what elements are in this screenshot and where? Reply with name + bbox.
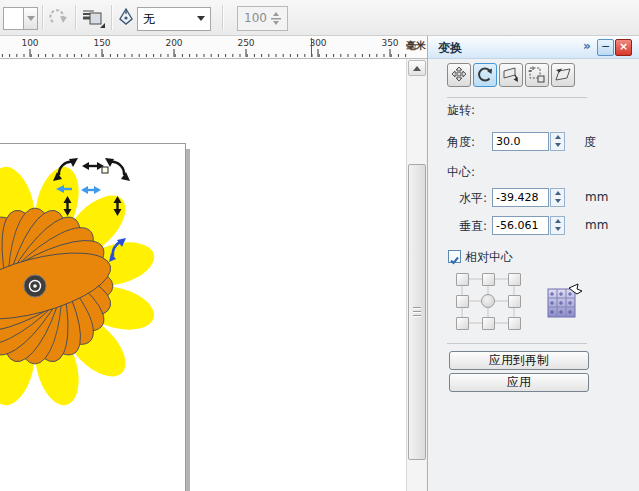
vertical-spinner[interactable] xyxy=(550,216,565,235)
triangle-down-icon xyxy=(555,227,561,231)
tool-position-button[interactable] xyxy=(447,63,471,87)
ruler-label: 100 xyxy=(21,38,38,48)
docker-chevron-button[interactable]: » xyxy=(583,39,591,53)
chevron-down-icon xyxy=(27,16,35,21)
anchor-middle-right[interactable] xyxy=(508,295,521,308)
outline-color-icon xyxy=(117,6,135,34)
outline-width-value: 无 xyxy=(143,11,155,28)
triangle-down-icon xyxy=(555,199,561,203)
docker-close-button[interactable]: × xyxy=(615,39,632,56)
vertical-unit-label: mm xyxy=(585,218,608,232)
ruler-label: 250 xyxy=(237,38,254,48)
horizontal-ruler: 100150200250300350 毫米 xyxy=(0,36,428,59)
blue-arrow-left[interactable] xyxy=(56,185,72,193)
tool-scale-mirror-button[interactable] xyxy=(499,63,523,87)
rotation-center-marker[interactable] xyxy=(102,167,108,173)
horizontal-label: 水平: xyxy=(459,190,487,207)
skew-handle-left[interactable] xyxy=(64,196,72,216)
ruler-unit-label: 毫米 xyxy=(406,39,426,53)
anchor-center-radio[interactable] xyxy=(481,294,495,308)
spin-down-button[interactable] xyxy=(551,225,564,233)
docker-minimize-button[interactable]: − xyxy=(597,39,614,56)
relative-center-checkbox[interactable] xyxy=(448,250,461,263)
style-combo-dropdown-button[interactable] xyxy=(23,7,38,30)
divider xyxy=(447,97,587,98)
rotate-icon xyxy=(476,66,494,84)
toolbar-separator xyxy=(75,5,77,30)
rotate-disabled-icon xyxy=(48,7,68,32)
selection-handles[interactable] xyxy=(0,59,406,491)
property-bar: 无 100 xyxy=(0,0,639,36)
angle-label: 角度: xyxy=(447,134,475,151)
triangle-up-icon xyxy=(555,135,561,139)
docker-title: 变换 xyxy=(438,40,462,57)
ruler-label: 150 xyxy=(93,38,110,48)
spin-up-button[interactable] xyxy=(551,217,564,225)
position-cross-icon xyxy=(450,66,468,84)
thumb-grip-line xyxy=(413,311,421,313)
chevron-down-icon xyxy=(197,16,205,21)
anchor-bottom-left[interactable] xyxy=(456,317,469,330)
transform-docker: 变换 » − × 旋转: xyxy=(427,36,639,491)
anchor-bottom-right[interactable] xyxy=(508,317,521,330)
thumb-grip-line xyxy=(413,307,421,309)
move-handle-top-center[interactable] xyxy=(82,162,104,170)
spin-up-button[interactable] xyxy=(551,189,564,197)
outline-tool-icon[interactable] xyxy=(81,6,107,34)
rotate-handle-top-left[interactable] xyxy=(59,162,73,175)
horizontal-unit-label: mm xyxy=(585,190,608,204)
angle-unit-label: 度 xyxy=(584,134,596,151)
toolbar-separator xyxy=(42,5,44,30)
apply-button[interactable]: 应用 xyxy=(449,373,589,392)
scroll-up-button[interactable] xyxy=(408,60,426,76)
style-combo-field[interactable] xyxy=(3,7,25,30)
triangle-up-icon xyxy=(555,191,561,195)
ruler-position-indicator xyxy=(311,38,312,57)
spin-up-button[interactable] xyxy=(551,133,564,141)
apply-to-duplicate-button[interactable]: 应用到再制 xyxy=(449,351,589,370)
center-section-label: 中心: xyxy=(447,164,475,181)
anchor-bottom-center[interactable] xyxy=(482,317,495,330)
checkmark-icon xyxy=(449,255,460,266)
drawing-canvas[interactable] xyxy=(0,59,406,491)
outline-width-combo[interactable]: 无 xyxy=(137,7,211,31)
anchor-grid xyxy=(455,272,525,332)
zoom-level-value: 100 xyxy=(244,11,267,25)
angle-spinner[interactable] xyxy=(550,132,565,151)
anchor-middle-left[interactable] xyxy=(456,295,469,308)
anchor-top-center[interactable] xyxy=(482,273,495,286)
vertical-label: 垂直: xyxy=(459,218,487,235)
spin-down-button[interactable] xyxy=(551,141,564,149)
rotate-section-label: 旋转: xyxy=(447,102,475,119)
angle-input[interactable] xyxy=(492,132,549,151)
blue-move-handle[interactable] xyxy=(81,186,101,194)
horizontal-spinner[interactable] xyxy=(550,188,565,207)
thumb-grip-line xyxy=(413,315,421,317)
rotate-handle-top-right[interactable] xyxy=(110,162,124,175)
anchor-top-left[interactable] xyxy=(456,273,469,286)
vertical-input[interactable] xyxy=(492,216,549,235)
triangle-down-icon xyxy=(555,143,561,147)
toolbar-separator xyxy=(222,5,224,30)
skew-icon xyxy=(554,66,572,84)
size-icon xyxy=(528,66,546,84)
tool-size-button[interactable] xyxy=(525,63,549,87)
toolbar-separator xyxy=(111,5,113,30)
vertical-scrollbar[interactable] xyxy=(406,59,426,491)
tool-rotate-button[interactable] xyxy=(473,63,497,87)
scrollbar-thumb[interactable] xyxy=(408,164,426,460)
ruler-label: 350 xyxy=(381,38,398,48)
anchor-top-right[interactable] xyxy=(508,273,521,286)
ruler-ticks xyxy=(0,36,428,57)
skew-handle-right[interactable] xyxy=(114,196,122,216)
spin-down-button[interactable] xyxy=(551,197,564,205)
ruler-label: 200 xyxy=(165,38,182,48)
docker-titlebar: 变换 » − × xyxy=(428,36,639,59)
tool-skew-button[interactable] xyxy=(551,63,575,87)
horizontal-input[interactable] xyxy=(492,188,549,207)
zoom-level-spinner: 100 xyxy=(237,6,288,31)
relative-position-grid-icon[interactable] xyxy=(547,283,583,319)
blue-rotate-handle[interactable] xyxy=(109,238,126,262)
triangle-up-icon xyxy=(555,219,561,223)
divider xyxy=(447,343,587,344)
